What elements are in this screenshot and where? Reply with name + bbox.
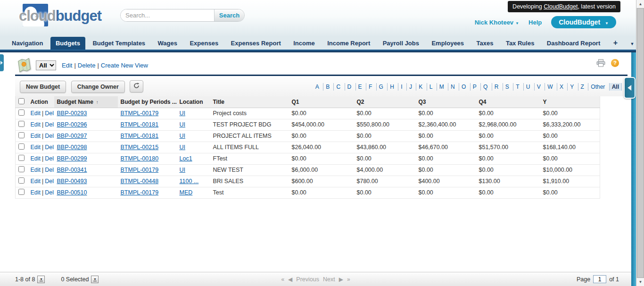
budget-by-periods-link[interactable]: BTMPL-00179 — [121, 167, 159, 173]
budget-name-link[interactable]: BBP-00293 — [57, 110, 87, 117]
main-tab[interactable]: Income Report — [322, 37, 375, 50]
col-budget-by-periods[interactable]: Budget by Periods ... — [118, 96, 177, 108]
alphabet-letter[interactable]: T — [513, 83, 521, 91]
main-tab[interactable]: Payroll Jobs — [378, 37, 424, 50]
row-edit-link[interactable]: Edit — [31, 189, 41, 196]
alphabet-letter[interactable]: G — [376, 83, 386, 91]
col-q3[interactable]: Q3 — [416, 96, 476, 108]
selected-dropdown-button[interactable]: ▼ — [91, 276, 99, 283]
budget-by-periods-link[interactable]: BTMPL-00181 — [121, 133, 159, 139]
alphabet-letter[interactable]: S — [503, 83, 512, 91]
budget-by-periods-link[interactable]: BTMPL-00179 — [121, 110, 159, 117]
col-action[interactable]: Action — [28, 96, 54, 108]
alphabet-letter[interactable]: L — [427, 83, 435, 91]
main-tab[interactable]: Employees — [426, 37, 469, 50]
row-del-link[interactable]: Del — [45, 133, 54, 139]
col-q4[interactable]: Q4 — [476, 96, 540, 108]
row-del-link[interactable]: Del — [45, 178, 54, 185]
budget-name-link[interactable]: BBP-00298 — [57, 144, 87, 151]
refresh-button[interactable] — [130, 80, 143, 93]
scroll-up-button[interactable]: ▲ — [636, 0, 644, 8]
alphabet-letter[interactable]: Y — [567, 83, 576, 91]
row-del-link[interactable]: Del — [45, 189, 54, 196]
main-tab[interactable]: Taxes — [471, 37, 499, 50]
sidebar-expand-button[interactable] — [624, 77, 636, 99]
col-title[interactable]: Title — [210, 96, 289, 108]
alphabet-letter[interactable]: D — [345, 83, 354, 91]
create-new-view-link[interactable]: Create New View — [101, 62, 148, 69]
row-del-link[interactable]: Del — [45, 110, 54, 117]
main-tab[interactable]: Navigation — [7, 37, 48, 50]
location-link[interactable]: MED — [180, 189, 193, 196]
main-tab[interactable]: Wages — [153, 37, 182, 50]
budget-name-link[interactable]: BBP-00510 — [57, 189, 87, 196]
alphabet-letter[interactable]: A — [313, 83, 322, 91]
row-edit-link[interactable]: Edit — [31, 110, 41, 117]
col-location[interactable]: Location — [177, 96, 210, 108]
col-q1[interactable]: Q1 — [289, 96, 354, 108]
alphabet-letter[interactable]: U — [523, 83, 533, 91]
budget-by-periods-link[interactable]: BTMPL-00215 — [121, 144, 159, 151]
search-input[interactable] — [121, 9, 214, 21]
main-tab[interactable]: Income — [288, 37, 320, 50]
row-checkbox[interactable] — [18, 132, 25, 138]
alphabet-letter[interactable]: All — [609, 83, 622, 91]
budget-name-link[interactable]: BBP-00341 — [57, 167, 87, 173]
scrollbar-thumb[interactable] — [637, 8, 644, 278]
row-edit-link[interactable]: Edit — [31, 144, 41, 151]
alphabet-letter[interactable]: I — [398, 83, 405, 91]
row-checkbox[interactable] — [18, 166, 25, 172]
app-switcher-button[interactable]: CloudBudget▼ — [551, 16, 616, 28]
location-link[interactable]: UI — [180, 133, 186, 139]
alphabet-letter[interactable]: B — [323, 83, 332, 91]
location-link[interactable]: UI — [180, 121, 186, 128]
row-checkbox[interactable] — [18, 189, 25, 195]
alphabet-letter[interactable]: H — [387, 83, 396, 91]
window-scrollbar[interactable]: ▲ ▼ — [636, 0, 644, 286]
alphabet-letter[interactable]: R — [492, 83, 501, 91]
row-checkbox[interactable] — [18, 177, 25, 184]
last-page-icon[interactable]: » — [347, 276, 350, 283]
row-del-link[interactable]: Del — [45, 167, 54, 173]
budget-by-periods-link[interactable]: BTMPL-00448 — [121, 178, 159, 185]
change-owner-button[interactable]: Change Owner — [71, 81, 125, 93]
row-edit-link[interactable]: Edit — [31, 178, 41, 185]
user-menu[interactable]: Nick Khoteev▼ — [475, 19, 519, 26]
main-tab[interactable]: Budgets — [50, 37, 85, 50]
alphabet-letter[interactable]: E — [355, 83, 364, 91]
tab-overflow-caret[interactable]: ▼ — [625, 38, 636, 50]
budget-name-link[interactable]: BBP-00299 — [57, 155, 87, 162]
alphabet-letter[interactable]: W — [545, 83, 555, 91]
col-q2[interactable]: Q2 — [354, 96, 416, 108]
budget-by-periods-link[interactable]: BTMPL-00179 — [121, 189, 159, 196]
previous-label[interactable]: Previous — [296, 276, 319, 283]
alphabet-letter[interactable]: N — [448, 83, 457, 91]
alphabet-letter[interactable]: Q — [480, 83, 490, 91]
budget-name-link[interactable]: BBP-00296 — [57, 121, 87, 128]
alphabet-letter[interactable]: C — [333, 83, 343, 91]
location-link[interactable]: 1100 ... — [180, 178, 199, 185]
location-link[interactable]: UI — [180, 110, 186, 117]
next-label[interactable]: Next — [323, 276, 335, 283]
row-edit-link[interactable]: Edit — [31, 155, 41, 162]
main-tab[interactable]: Dashboard Report — [542, 37, 605, 50]
alphabet-letter[interactable]: O — [459, 83, 468, 91]
view-edit-link[interactable]: Edit — [62, 62, 72, 69]
alphabet-letter[interactable]: J — [406, 83, 414, 91]
first-page-icon[interactable]: « — [281, 276, 284, 283]
main-tab[interactable]: Expenses — [184, 37, 223, 50]
row-del-link[interactable]: Del — [45, 144, 54, 151]
scroll-down-button[interactable]: ▼ — [636, 278, 644, 286]
help-link[interactable]: Help — [528, 19, 542, 26]
next-page-icon[interactable]: ▶ — [339, 276, 343, 283]
location-link[interactable]: UI — [180, 167, 186, 173]
page-number-input[interactable] — [593, 275, 606, 283]
alphabet-letter[interactable]: F — [366, 83, 374, 91]
print-icon[interactable] — [596, 59, 605, 67]
search-button[interactable]: Search — [214, 9, 244, 21]
main-tab[interactable]: Budget Templates — [87, 37, 150, 50]
select-all-checkbox[interactable] — [18, 98, 25, 104]
row-checkbox[interactable] — [18, 121, 25, 127]
row-edit-link[interactable]: Edit — [31, 121, 41, 128]
row-edit-link[interactable]: Edit — [31, 133, 41, 139]
